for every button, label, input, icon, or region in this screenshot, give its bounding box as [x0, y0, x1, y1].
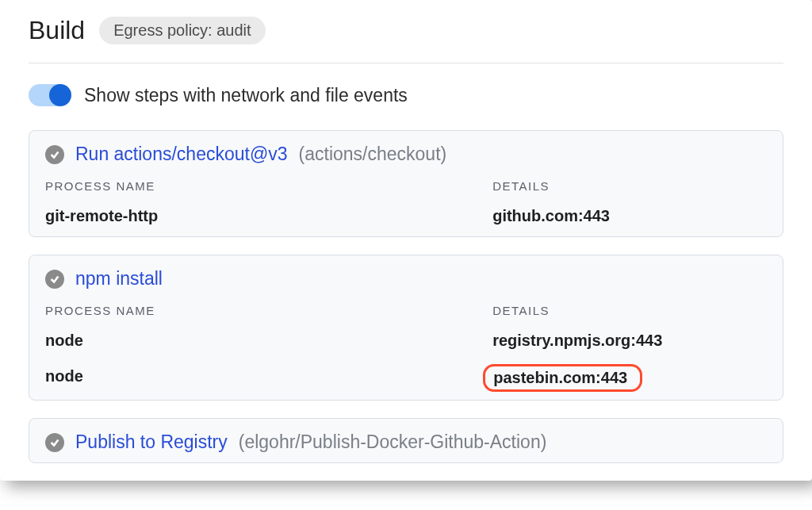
check-icon [45, 145, 64, 164]
check-icon [45, 433, 64, 452]
step-card: Publish to Registry (elgohr/Publish-Dock… [29, 418, 783, 463]
process-cell: node [45, 332, 492, 350]
check-icon [45, 270, 64, 289]
step-header[interactable]: npm install [29, 255, 783, 299]
toggle-knob [49, 84, 71, 106]
step-card: Run actions/checkout@v3 (actions/checkou… [29, 130, 783, 237]
table-header: PROCESS NAME DETAILS [29, 299, 783, 325]
step-meta: (actions/checkout) [299, 144, 447, 165]
header: Build Egress policy: audit [29, 16, 783, 63]
toggle-label: Show steps with network and file events [84, 85, 408, 106]
process-cell: node [45, 367, 492, 389]
table-row: git-remote-http github.com:443 [29, 201, 783, 236]
step-title-link[interactable]: npm install [75, 268, 163, 290]
build-panel: Build Egress policy: audit Show steps wi… [0, 0, 812, 481]
show-steps-toggle[interactable] [29, 84, 70, 106]
details-cell: registry.npmjs.org:443 [492, 332, 767, 350]
step-title-link[interactable]: Publish to Registry [75, 431, 228, 453]
table-header: PROCESS NAME DETAILS [29, 174, 783, 201]
details-cell: pastebin.com:443 [492, 367, 767, 389]
details-header: DETAILS [492, 179, 767, 193]
highlighted-endpoint: pastebin.com:443 [483, 364, 642, 392]
process-header: PROCESS NAME [45, 304, 492, 317]
details-cell: github.com:443 [492, 207, 767, 225]
events-table: PROCESS NAME DETAILS git-remote-http git… [29, 174, 783, 236]
details-header: DETAILS [492, 304, 767, 317]
events-table: PROCESS NAME DETAILS node registry.npmjs… [29, 299, 783, 400]
step-card: npm install PROCESS NAME DETAILS node re… [29, 255, 783, 401]
step-header[interactable]: Publish to Registry (elgohr/Publish-Dock… [29, 419, 783, 462]
process-cell: git-remote-http [45, 207, 492, 225]
step-header[interactable]: Run actions/checkout@v3 (actions/checkou… [29, 131, 783, 174]
page-title: Build [29, 16, 85, 45]
table-row: node pastebin.com:443 [29, 361, 783, 400]
process-header: PROCESS NAME [45, 179, 492, 193]
step-title-link[interactable]: Run actions/checkout@v3 [75, 144, 288, 165]
egress-policy-badge: Egress policy: audit [99, 17, 265, 44]
step-meta: (elgohr/Publish-Docker-Github-Action) [239, 431, 547, 453]
table-row: node registry.npmjs.org:443 [29, 325, 783, 361]
filter-toggle-row: Show steps with network and file events [29, 63, 783, 130]
